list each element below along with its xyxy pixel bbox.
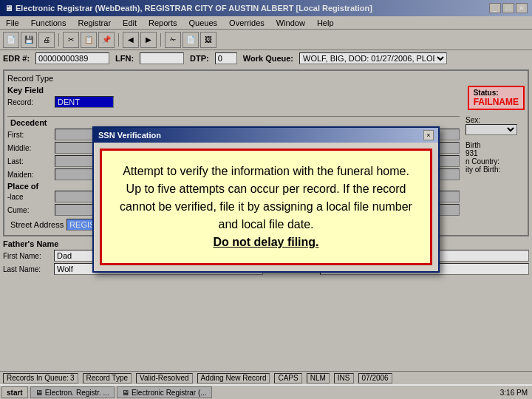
modal-close-button[interactable]: × [423,130,434,140]
ssn-verification-modal: SSN Verification × Attempt to verify the… [92,126,440,273]
modal-body: Attempt to verify the information with t… [100,149,432,265]
modal-titlebar: SSN Verification × [94,128,438,143]
modal-body-text: Attempt to verify the information with t… [120,165,412,231]
modal-title: SSN Verification [98,131,161,140]
modal-overlay: SSN Verification × Attempt to verify the… [0,0,532,399]
modal-emphasis: Do not delay filing. [213,236,318,248]
modal-text: Attempt to verify the information with t… [117,163,415,251]
